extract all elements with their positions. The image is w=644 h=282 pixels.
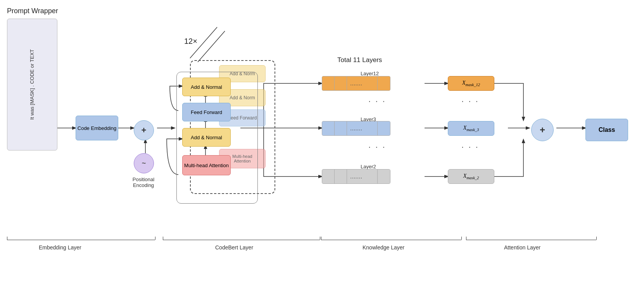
class-box: Class (585, 119, 628, 141)
x-mask-2-label: Xmask_2 (463, 173, 479, 180)
total-layers-label: Total 11 Layers (337, 56, 382, 64)
bracket-right-tick (461, 237, 462, 240)
dots: ....... (347, 121, 365, 136)
add-normal-2-label: Add & Normal (191, 135, 222, 140)
token-cell (335, 76, 347, 91)
codebert-layer-label: CodeBert Layer (215, 244, 253, 251)
code-embedding-box: Code Embedding (76, 116, 118, 140)
x-mask-2-box: Xmask_2 (448, 169, 494, 184)
add-normal-1-box: Add & Normal (182, 78, 231, 96)
bracket-right-tick (320, 237, 320, 240)
token-cell (365, 169, 378, 184)
token-cell (335, 121, 347, 136)
codebert-bracket (163, 240, 320, 240)
token-cell (322, 121, 335, 136)
multi-head-label: Multi-head Attention (184, 163, 229, 168)
bracket-left-tick (163, 237, 163, 240)
layer12-sequence: ....... (322, 76, 390, 91)
positional-encoding-circle: ~ (134, 153, 154, 173)
diagram: Prompt Wrapper It was [MASK] . CODE or T… (0, 0, 644, 282)
svg-line-14 (190, 27, 217, 58)
prompt-wrapper-label: Prompt Wrapper (7, 7, 58, 15)
add-normal-1-label: Add & Normal (191, 84, 222, 90)
vertical-dots-bottom-right: · · · (461, 142, 479, 152)
layer3-sequence: ....... (322, 121, 390, 136)
bracket-left-tick (321, 237, 321, 240)
vertical-dots-top: · · · (368, 96, 386, 106)
svg-line-15 (198, 31, 225, 62)
token-cell (378, 76, 390, 91)
add-normal-2-box: Add & Normal (182, 128, 231, 147)
x-mask-3-box: Xmask_3 (448, 121, 494, 136)
input-text: It was [MASK] . CODE or TEXT (29, 49, 36, 120)
plus-icon: + (142, 125, 147, 135)
knowledge-layer-label: Knowledge Layer (363, 244, 404, 251)
plus-circle: + (134, 120, 154, 140)
attention-bracket (466, 240, 596, 240)
dots: ....... (347, 169, 365, 184)
bracket-right-tick (155, 237, 155, 240)
feed-forward-label: Feed Forward (191, 109, 222, 115)
attention-plus-circle: + (531, 119, 554, 141)
bracket-right-tick (596, 237, 597, 240)
token-cell (365, 121, 378, 136)
feed-forward-box: Feed Forward (182, 103, 231, 121)
token-cell (365, 76, 378, 91)
x-mask-12-label: Xmask_12 (462, 80, 480, 87)
x-mask-12-box: Xmask_12 (448, 76, 494, 91)
vertical-dots-bottom: · · · (368, 142, 386, 152)
positional-encoding-label: Positional Encoding (126, 176, 161, 188)
wave-icon: ~ (142, 159, 146, 168)
multi-head-attention-box: Multi-head Attention (182, 155, 231, 175)
repeat-lines (167, 23, 237, 62)
prompt-wrapper-box: It was [MASK] . CODE or TEXT (7, 19, 57, 151)
bracket-left-tick (7, 237, 7, 240)
embedding-layer-label: Embedding Layer (39, 244, 81, 251)
dots: ....... (347, 76, 365, 91)
token-cell (378, 121, 390, 136)
bracket-left-tick (466, 237, 466, 240)
token-cell (378, 169, 390, 184)
token-cell (322, 169, 335, 184)
x-mask-3-label: Xmask_3 (463, 125, 479, 132)
class-label: Class (599, 126, 615, 133)
attention-layer-label: Attention Layer (504, 244, 540, 251)
layer2-sequence: ....... (322, 169, 390, 184)
vertical-dots-top-right: · · · (461, 96, 479, 106)
embedding-bracket (7, 240, 155, 240)
layer12-label: Layer12 (361, 71, 379, 76)
attention-plus-icon: + (540, 125, 545, 135)
layer2-label: Layer2 (361, 164, 376, 170)
token-cell (322, 76, 335, 91)
code-embedding-label: Code Embedding (78, 125, 116, 131)
knowledge-bracket (321, 240, 461, 240)
token-cell (335, 169, 347, 184)
